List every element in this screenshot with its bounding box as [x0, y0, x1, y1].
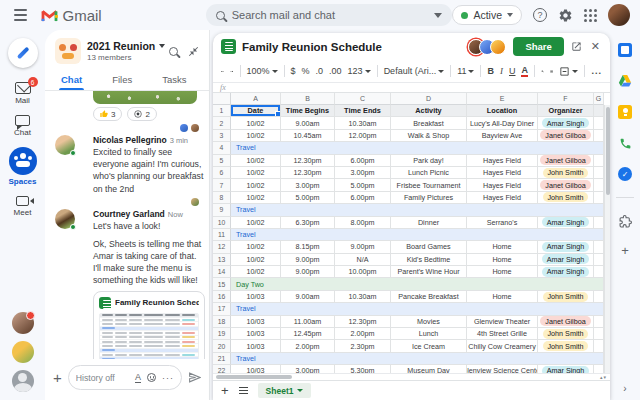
sheet-cell[interactable]: 2.00pm: [281, 340, 335, 352]
merge-cells-select[interactable]: [559, 66, 578, 77]
sheet-cell[interactable]: 10/03: [231, 316, 281, 328]
search-bar[interactable]: [206, 4, 453, 26]
day-band-row[interactable]: Day Two: [231, 278, 604, 290]
sheet-cell[interactable]: Serrano's: [467, 217, 538, 229]
sheet-cell[interactable]: Glenview Theater: [467, 316, 538, 328]
row-number[interactable]: 14: [213, 266, 231, 278]
format-percent-button[interactable]: %: [302, 66, 310, 76]
selected-cell[interactable]: Date: [231, 105, 281, 117]
column-header[interactable]: C: [335, 93, 391, 105]
sheet-cell[interactable]: Chilly Cow Creamery: [467, 340, 538, 352]
column-header[interactable]: E: [467, 93, 538, 105]
sheet-cell[interactable]: [594, 217, 604, 229]
horizontal-scrollbar[interactable]: ▴▾: [213, 373, 610, 380]
sheet-cell[interactable]: Lunch: [391, 328, 467, 340]
number-format-select[interactable]: 123: [348, 66, 371, 76]
sheet-cell[interactable]: Time Begins: [281, 105, 335, 117]
space-name-menu[interactable]: 2021 Reunion: [87, 40, 163, 53]
close-icon[interactable]: ✕: [589, 40, 602, 53]
collaborator-avatar[interactable]: [490, 39, 506, 55]
sheet-cell[interactable]: 12.30pm: [281, 167, 335, 179]
sheet-cell[interactable]: 9.00am: [281, 117, 335, 129]
all-sheets-menu-icon[interactable]: [239, 387, 248, 395]
sheet-cell[interactable]: Organizer: [538, 105, 594, 117]
sheet-cell[interactable]: 5.30pm: [335, 365, 391, 373]
voice-icon[interactable]: [617, 135, 633, 151]
sidebar-item-mail[interactable]: 6 Mail: [15, 82, 31, 105]
get-add-ons-icon[interactable]: [617, 213, 633, 229]
row-number[interactable]: 4: [213, 142, 231, 154]
column-header[interactable]: F: [538, 93, 594, 105]
sheet-cell[interactable]: 3.00pm: [281, 179, 335, 191]
reaction-thumbs-up[interactable]: 3: [93, 107, 122, 121]
sheet-cell[interactable]: Ice Cream: [391, 340, 467, 352]
sheet-cell[interactable]: Family Pictures: [391, 192, 467, 204]
sheet-cell[interactable]: 12.30pm: [281, 155, 335, 167]
formula-bar[interactable]: fx: [213, 82, 610, 93]
select-all-corner[interactable]: [213, 93, 231, 105]
sheet-cell[interactable]: 5.00pm: [335, 179, 391, 191]
sheet-cell[interactable]: Pancake Breakfast: [391, 291, 467, 303]
sheet-cell[interactable]: [594, 179, 604, 191]
sheet-cell[interactable]: 3.00pm: [335, 167, 391, 179]
sheet-cell[interactable]: 10.30am: [335, 117, 391, 129]
sheet-cell[interactable]: Hayes Field: [467, 179, 538, 191]
sheet-cell[interactable]: Parent's Wine Hour: [391, 266, 467, 278]
sheet-cell[interactable]: [594, 155, 604, 167]
sheet-cell[interactable]: 10/02: [231, 217, 281, 229]
organizer-cell[interactable]: Janet Gilboa: [538, 179, 594, 191]
row-number[interactable]: 13: [213, 254, 231, 266]
sheet-cell[interactable]: N/A: [335, 254, 391, 266]
font-select[interactable]: Default (Ari...: [384, 66, 445, 76]
organizer-cell[interactable]: Amar Singh: [538, 365, 594, 373]
message-input[interactable]: [76, 373, 129, 383]
sheet-cell[interactable]: [594, 365, 604, 373]
space-avatar[interactable]: [55, 38, 81, 64]
sheet-cell[interactable]: Lucy's All-Day Diner: [467, 117, 538, 129]
sheet-cell[interactable]: Home: [467, 254, 538, 266]
reaction-soccer-ball[interactable]: 2: [127, 107, 156, 121]
keep-icon[interactable]: [617, 104, 633, 120]
sheet-cell[interactable]: 9.00pm: [335, 241, 391, 253]
sheet-cell[interactable]: Walk & Shop: [391, 130, 467, 142]
sheet-cell[interactable]: 10.45am: [281, 130, 335, 142]
search-input[interactable]: [232, 9, 428, 21]
row-number[interactable]: 21: [213, 353, 231, 365]
row-number[interactable]: 19: [213, 328, 231, 340]
add-sheet-button[interactable]: +: [221, 384, 229, 397]
bold-button[interactable]: B: [487, 66, 494, 76]
sidebar-item-chat[interactable]: Chat: [14, 115, 31, 137]
sheet-cell[interactable]: Location: [467, 105, 538, 117]
sheet-cell[interactable]: [594, 340, 604, 352]
row-number[interactable]: 6: [213, 167, 231, 179]
row-number[interactable]: 2: [213, 117, 231, 129]
column-header[interactable]: D: [391, 93, 467, 105]
sheet-cell[interactable]: 10/02: [231, 241, 281, 253]
sheet-cell[interactable]: [594, 130, 604, 142]
row-number[interactable]: 3: [213, 130, 231, 142]
sheet-cell[interactable]: [594, 167, 604, 179]
tasks-icon[interactable]: ✓: [617, 166, 633, 182]
row-number[interactable]: 22: [213, 365, 231, 373]
sheet-cell[interactable]: Activity: [391, 105, 467, 117]
sheet-cell[interactable]: 10/03: [231, 291, 281, 303]
sheet-cell[interactable]: 12.30pm: [335, 316, 391, 328]
sheet-cell[interactable]: 10/02: [231, 266, 281, 278]
sheet-cell[interactable]: 4th Street Grille: [467, 328, 538, 340]
sheet-cell[interactable]: 3.00pm: [281, 365, 335, 373]
share-button[interactable]: Share: [513, 37, 563, 56]
column-header[interactable]: B: [281, 93, 335, 105]
sheet-cell[interactable]: 10/03: [231, 340, 281, 352]
sheet-cell[interactable]: 10/02: [231, 192, 281, 204]
calendar-icon[interactable]: [617, 42, 633, 58]
emoji-icon[interactable]: [147, 373, 156, 382]
sheet-cell[interactable]: 10/02: [231, 179, 281, 191]
sheet-cell[interactable]: 12.00pm: [335, 130, 391, 142]
sheet-tab-sheet1[interactable]: Sheet1: [258, 383, 312, 398]
sheet-cell[interactable]: Bayview Ave: [467, 130, 538, 142]
avatar[interactable]: [55, 209, 75, 229]
sheet-cell[interactable]: Home: [467, 291, 538, 303]
sheet-cell[interactable]: 10/02: [231, 117, 281, 129]
recent-chat-avatar[interactable]: [12, 312, 34, 334]
undo-icon[interactable]: [221, 66, 224, 77]
